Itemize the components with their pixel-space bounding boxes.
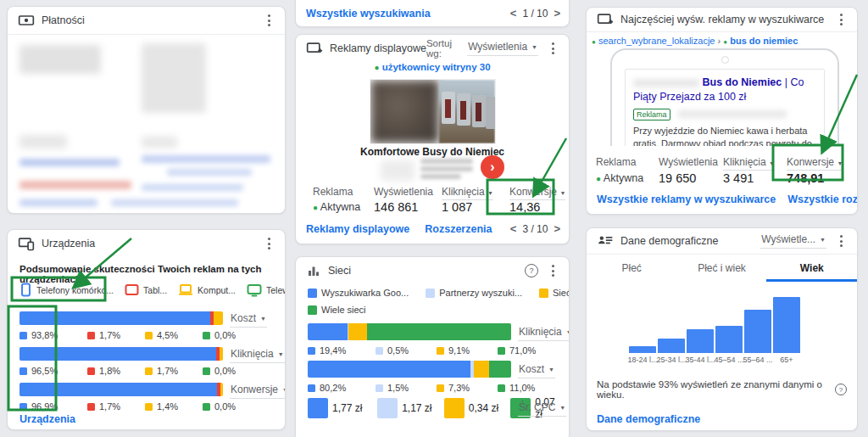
networks-metric2-dropdown[interactable]: Koszt▼ <box>518 363 555 378</box>
networks-metric1-dropdown[interactable]: Kliknięcia▼ <box>518 326 570 341</box>
card-title: Dane demograficzne <box>620 235 718 247</box>
swatch-green <box>308 305 317 315</box>
legend-label: Telewiz... <box>266 285 286 295</box>
devices-metric3-dropdown[interactable]: Konwersje▼ <box>230 384 286 399</box>
demographics-link[interactable]: Dane demograficzne <box>597 413 700 425</box>
devices-card: Urządzenia Podsumowanie skuteczności Two… <box>7 229 286 430</box>
demographics-card: Dane demograficzne Wyświetle...▼ Płeć Pł… <box>586 227 858 431</box>
blurred-content <box>142 184 243 191</box>
chevron-right-icon[interactable]: > <box>554 7 560 20</box>
bar-segment <box>308 361 470 378</box>
swatch-yellow <box>444 398 465 418</box>
payments-icon <box>18 12 35 29</box>
dropdown-caret-icon: ▼ <box>278 351 284 357</box>
networks-cpc-dropdown[interactable]: Śr. CPC▼ <box>518 401 566 417</box>
age-column: 18-24 l... <box>629 346 656 364</box>
blurred-text <box>633 79 699 87</box>
all-search-ads-link[interactable]: Wszystkie reklamy w wyszukiwarce <box>597 193 776 205</box>
devices-metric2-dropdown[interactable]: Kliknięcia▼ <box>230 348 285 363</box>
devices-metric1-dropdown[interactable]: Koszt▼ <box>230 312 267 328</box>
pct-multi: 71,0% <box>509 345 536 356</box>
swatch-red <box>87 332 95 339</box>
age-bar <box>687 329 714 353</box>
overflow-menu-button[interactable] <box>543 39 562 58</box>
legend-item-tablet[interactable]: Tabl... <box>125 283 167 296</box>
breadcrumb-adgroup-link[interactable]: bus do niemiec <box>730 36 798 46</box>
pagination: < 3 / 10 > <box>510 222 560 235</box>
help-icon[interactable]: ? <box>835 384 847 395</box>
pct-google: 80,2% <box>320 383 360 393</box>
col-header-conversions[interactable]: Konwersje ▼ <box>509 186 565 200</box>
laptop-icon <box>178 283 193 296</box>
col-header-conversions[interactable]: Konwersje ▼ <box>787 156 843 171</box>
sort-dropdown[interactable]: Wyświetlenia▼ <box>467 41 538 56</box>
swatch-lightblue <box>376 347 383 355</box>
col-header-clicks[interactable]: Kliknięcia ▼ <box>442 186 493 200</box>
overflow-menu-button[interactable] <box>832 232 850 250</box>
chevron-left-icon[interactable]: < <box>510 222 517 235</box>
age-bar-chart: 18-24 l...25-34 l...35-44 l...45–54 ...5… <box>629 291 800 364</box>
bar-segment <box>367 323 511 340</box>
blurred-ad-logo <box>381 160 415 181</box>
tab-gender-age[interactable]: Płeć i wiek <box>676 255 766 282</box>
metric-dropdown[interactable]: Wyświetle...▼ <box>760 233 826 249</box>
pct-partners: 0,5% <box>387 345 421 356</box>
age-bar <box>629 346 656 353</box>
swatch-yellow <box>145 403 153 411</box>
overflow-menu-button[interactable] <box>543 261 562 280</box>
legend-label: Tabl... <box>143 285 167 295</box>
swatch-lightblue <box>376 384 383 392</box>
legend-item-mobile[interactable]: Telefony komórko... <box>19 283 114 297</box>
overflow-menu-button[interactable] <box>832 10 850 29</box>
col-header-clicks[interactable]: Kliknięcia ▼ <box>723 156 775 171</box>
pct-display: 9,1% <box>448 345 482 356</box>
extensions-link[interactable]: Rozszerzenia <box>425 223 492 235</box>
pct-mobile: 96,5% <box>31 366 72 376</box>
all-extensions-link[interactable]: Wszystkie rozszer <box>787 193 858 205</box>
chevron-right-icon[interactable]: > <box>554 222 560 235</box>
age-tick-label: 45–54 ... <box>714 356 743 364</box>
display-ads-link[interactable]: Reklamy displayowe <box>306 223 409 235</box>
search-ad-icon <box>597 11 614 28</box>
help-icon[interactable]: ? <box>525 264 538 277</box>
pct-tablet: 1,8% <box>99 366 130 376</box>
site-users-link[interactable]: użytkownicy witryny 30 <box>382 62 491 72</box>
card-title: Płatności <box>42 14 85 26</box>
dropdown-caret-icon: ▼ <box>559 190 565 196</box>
swatch-green <box>203 403 210 411</box>
swatch-blue <box>19 332 27 339</box>
networks-clicks-bar <box>308 323 511 340</box>
display-ads-card: Reklamy displayowe Sortuj wg: Wyświetlen… <box>295 34 570 244</box>
tab-age[interactable]: Wiek <box>767 255 857 282</box>
chevron-left-icon[interactable]: < <box>510 7 517 20</box>
overflow-menu-button[interactable] <box>259 11 278 30</box>
legend-item-search-partners[interactable]: Partnerzy wyszuki... <box>426 288 522 298</box>
devices-cost-bar <box>19 311 223 325</box>
breadcrumb-campaign-link[interactable]: search_wybrane_lokalizacje <box>598 36 715 46</box>
pct-mobile: 96,9% <box>31 401 72 412</box>
ad-cta-button[interactable]: › <box>481 155 504 179</box>
dropdown-caret-icon: ▼ <box>548 367 554 373</box>
dropdown-caret-icon: ▼ <box>282 387 286 393</box>
legend-item-computer[interactable]: Komput... <box>178 283 236 296</box>
all-searches-card-footer: Wszystkie wyszukiwania < 1 / 10 > <box>295 0 570 27</box>
tab-gender[interactable]: Płeć <box>587 255 676 282</box>
pct-google: 19,4% <box>320 345 360 356</box>
swatch-yellow <box>437 384 444 392</box>
blurred-ad-text <box>420 166 473 171</box>
overflow-menu-button[interactable] <box>259 234 278 253</box>
ad-image[interactable] <box>370 79 496 144</box>
legend-item-display-network[interactable]: Sieć reklamowa <box>539 288 570 298</box>
devices-link[interactable]: Urządzenia <box>19 413 75 425</box>
bar-segment <box>19 347 216 361</box>
bar-segment <box>214 311 223 325</box>
swatch-yellow <box>145 332 153 339</box>
networks-card-header: Sieci ? <box>296 257 569 284</box>
bar-segment <box>489 361 511 378</box>
legend-item-multiple-networks[interactable]: Wiele sieci <box>308 305 366 315</box>
blurred-content <box>19 45 101 74</box>
blurred-url <box>678 110 787 118</box>
all-searches-link[interactable]: Wszystkie wyszukiwania <box>306 8 431 20</box>
legend-item-google-search[interactable]: Wyszukiwarka Goo... <box>308 288 409 298</box>
legend-item-tv[interactable]: Telewiz... <box>247 283 286 297</box>
